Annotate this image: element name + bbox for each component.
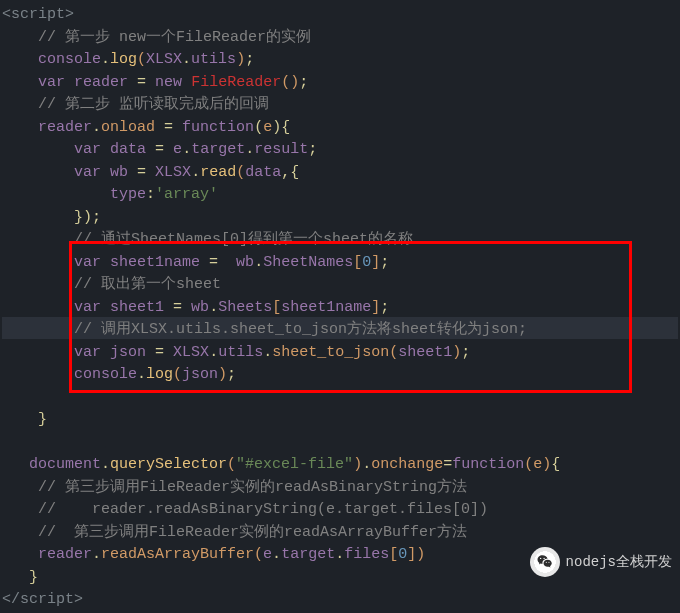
wechat-icon (530, 547, 560, 577)
comment: // 调用XLSX.utils.sheet_to_json方法将sheet转化为… (74, 321, 527, 338)
code-line: // 调用XLSX.utils.sheet_to_json方法将sheet转化为… (2, 319, 678, 342)
watermark-text: nodejs全栈开发 (566, 552, 672, 573)
code-line: var data = e.target.result; (2, 139, 678, 162)
comment: // reader.readAsBinaryString(e.target.fi… (38, 501, 488, 518)
code-line: var sheet1 = wb.Sheets[sheet1name]; (2, 297, 678, 320)
code-line: var json = XLSX.utils.sheet_to_json(shee… (2, 342, 678, 365)
code-line: }); (2, 207, 678, 230)
code-line: var sheet1name = wb.SheetNames[0]; (2, 252, 678, 275)
comment: // 取出第一个sheet (74, 276, 221, 293)
code-line: var reader = new FileReader(); (2, 72, 678, 95)
comment: // 第三步调用FileReader实例的readAsBinaryString方… (38, 479, 467, 496)
code-line: console.log(json); (2, 364, 678, 387)
code-line: // reader.readAsBinaryString(e.target.fi… (2, 499, 678, 522)
script-open-tag: <script> (2, 6, 74, 23)
code-line: <script> (2, 4, 678, 27)
code-line: // 取出第一个sheet (2, 274, 678, 297)
code-line: var wb = XLSX.read(data,{ (2, 162, 678, 185)
code-block: <script> // 第一步 new一个FileReader的实例 conso… (2, 4, 678, 612)
code-line (2, 387, 678, 410)
code-line: // 第三步调用FileReader实例的readAsArrayBuffer方法 (2, 522, 678, 545)
code-line: // 第一步 new一个FileReader的实例 (2, 27, 678, 50)
comment: // 第二步 监听读取完成后的回调 (38, 96, 269, 113)
watermark: nodejs全栈开发 (530, 547, 672, 577)
code-line (2, 432, 678, 455)
code-line: // 第三步调用FileReader实例的readAsBinaryString方… (2, 477, 678, 500)
code-line: document.querySelector("#excel-file").on… (2, 454, 678, 477)
code-line: reader.onload = function(e){ (2, 117, 678, 140)
code-line: } (2, 409, 678, 432)
comment: // 第一步 new一个FileReader的实例 (38, 29, 311, 46)
code-line: // 第二步 监听读取完成后的回调 (2, 94, 678, 117)
comment: // 第三步调用FileReader实例的readAsArrayBuffer方法 (38, 524, 467, 541)
comment: // 通过SheetNames[0]得到第一个sheet的名称 (74, 231, 413, 248)
code-line: console.log(XLSX.utils); (2, 49, 678, 72)
code-line: // 通过SheetNames[0]得到第一个sheet的名称 (2, 229, 678, 252)
code-line: </script> (2, 589, 678, 612)
code-line: type:'array' (2, 184, 678, 207)
script-close-tag: </script> (2, 591, 83, 608)
